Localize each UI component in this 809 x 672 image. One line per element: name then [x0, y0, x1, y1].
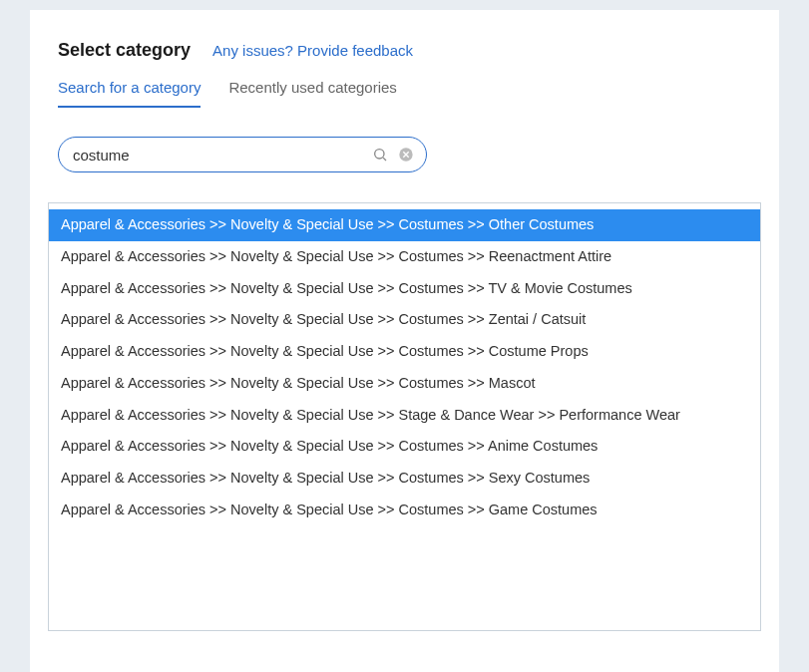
result-item[interactable]: Apparel & Accessories >> Novelty & Speci… [49, 304, 760, 336]
result-text: Apparel & Accessories >> Novelty & Speci… [61, 407, 680, 423]
result-item[interactable]: Apparel & Accessories >> Novelty & Speci… [49, 431, 760, 463]
result-item[interactable]: Apparel & Accessories >> Novelty & Speci… [49, 368, 760, 400]
results-panel: Apparel & Accessories >> Novelty & Speci… [48, 202, 761, 631]
result-text: Apparel & Accessories >> Novelty & Speci… [61, 375, 536, 391]
feedback-link[interactable]: Any issues? Provide feedback [212, 42, 413, 59]
search-box [58, 137, 427, 172]
search-icon[interactable] [372, 147, 388, 163]
result-item[interactable]: Apparel & Accessories >> Novelty & Speci… [49, 241, 760, 273]
svg-point-0 [375, 150, 384, 159]
search-input[interactable] [73, 147, 372, 164]
result-text: Apparel & Accessories >> Novelty & Speci… [61, 343, 589, 359]
tabs: Search for a category Recently used cate… [30, 79, 779, 109]
result-item[interactable]: Apparel & Accessories >> Novelty & Speci… [49, 463, 760, 495]
tab-recently-used[interactable]: Recently used categories [228, 79, 396, 108]
result-item[interactable]: Apparel & Accessories >> Novelty & Speci… [49, 400, 760, 432]
search-wrap [30, 137, 779, 202]
result-item[interactable]: Apparel & Accessories >> Novelty & Speci… [49, 273, 760, 305]
svg-line-1 [383, 158, 386, 161]
result-text: Apparel & Accessories >> Novelty & Speci… [61, 216, 594, 232]
result-text: Apparel & Accessories >> Novelty & Speci… [61, 502, 598, 517]
result-text: Apparel & Accessories >> Novelty & Speci… [61, 248, 611, 264]
result-text: Apparel & Accessories >> Novelty & Speci… [61, 470, 590, 486]
result-item[interactable]: Apparel & Accessories >> Novelty & Speci… [49, 495, 760, 526]
tab-label: Recently used categories [228, 79, 396, 96]
header-row: Select category Any issues? Provide feed… [30, 40, 779, 79]
tab-search-category[interactable]: Search for a category [58, 79, 201, 108]
category-selector-panel: Select category Any issues? Provide feed… [30, 10, 779, 672]
result-item[interactable]: Apparel & Accessories >> Novelty & Speci… [49, 209, 760, 241]
tab-label: Search for a category [58, 79, 201, 96]
clear-icon[interactable] [398, 147, 414, 163]
result-item[interactable]: Apparel & Accessories >> Novelty & Speci… [49, 336, 760, 368]
result-text: Apparel & Accessories >> Novelty & Speci… [61, 311, 586, 327]
result-text: Apparel & Accessories >> Novelty & Speci… [61, 280, 632, 296]
result-text: Apparel & Accessories >> Novelty & Speci… [61, 438, 598, 454]
page-title: Select category [58, 40, 191, 61]
